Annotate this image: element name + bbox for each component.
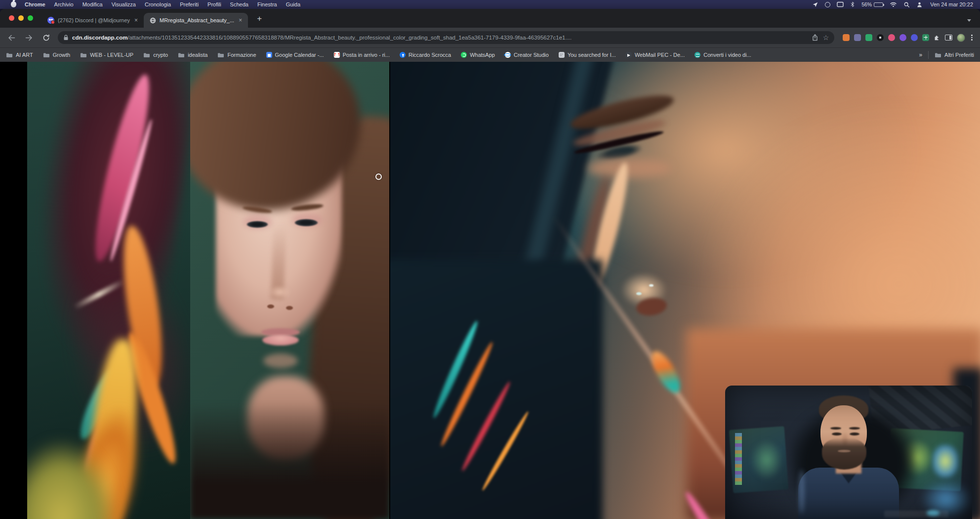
discord-favicon xyxy=(47,17,54,24)
side-panel-icon[interactable] xyxy=(945,35,952,41)
tab-search-chevron-icon[interactable] xyxy=(967,19,971,22)
bookmark-label: You searched for I... xyxy=(568,52,616,58)
other-bookmarks-folder[interactable]: Altri Preferiti xyxy=(935,52,974,58)
extension-icon-6[interactable] xyxy=(899,34,906,41)
user-switch-icon[interactable] xyxy=(916,1,923,8)
bookmark-label: Growth xyxy=(53,52,70,58)
url-domain: cdn.discordapp.com xyxy=(72,35,127,41)
new-tab-button[interactable]: + xyxy=(253,12,266,25)
bookmarks-right-group: » Altri Preferiti xyxy=(919,51,974,59)
tab-close-icon[interactable]: × xyxy=(133,17,139,24)
bookmark-label: WEB - LEVEL-UP xyxy=(90,52,133,58)
extension-icon-5[interactable] xyxy=(888,34,895,41)
reload-button[interactable] xyxy=(41,32,51,43)
macos-menubar: Chrome Archivio Modifica Visualizza Cron… xyxy=(0,0,980,9)
bookmark-label: Formazione xyxy=(227,52,256,58)
extension-icon-2[interactable] xyxy=(854,34,861,41)
closeup-glint-2 xyxy=(649,284,653,287)
apple-menu-icon[interactable] xyxy=(11,1,16,7)
recording-circle-icon[interactable] xyxy=(825,2,830,7)
share-icon[interactable] xyxy=(812,34,818,41)
extension-icon-7[interactable] xyxy=(911,34,918,41)
menu-finestra[interactable]: Finestra xyxy=(253,1,282,7)
spotlight-search-icon[interactable] xyxy=(903,1,910,8)
bluetooth-icon[interactable] xyxy=(850,1,855,8)
menu-cronologia[interactable]: Cronologia xyxy=(140,1,175,7)
menu-visualizza[interactable]: Visualizza xyxy=(107,1,140,7)
address-bar[interactable]: cdn.discordapp.com/attachments/101351233… xyxy=(58,31,834,44)
menubar-clock[interactable]: Ven 24 mar 20:22 xyxy=(929,1,973,7)
forward-button[interactable] xyxy=(23,32,34,43)
portrait-eye-right xyxy=(294,219,318,226)
page-icon xyxy=(559,52,565,58)
menu-modifica[interactable]: Modifica xyxy=(78,1,107,7)
folder-icon xyxy=(217,52,224,58)
chrome-window: (2762) Discord | @Midjourney × MRregista… xyxy=(0,9,980,519)
video-converter-icon xyxy=(694,52,700,58)
portrait-bottom-shadow xyxy=(190,403,389,519)
tab-image-active[interactable]: MRregista_Abstract_beauty_... × xyxy=(144,13,248,28)
menu-profili[interactable]: Profili xyxy=(203,1,226,7)
extension-icon-1[interactable] xyxy=(843,34,850,41)
bookmark-whatsapp[interactable]: WhatsApp xyxy=(461,52,495,58)
bookmark-star-icon[interactable]: ☆ xyxy=(823,34,829,41)
folder-icon xyxy=(178,52,185,58)
bookmark-converti-video[interactable]: Converti i video di... xyxy=(694,52,751,58)
chrome-menu-kebab-icon[interactable] xyxy=(970,35,974,41)
bookmark-creator-studio[interactable]: Creator Studio xyxy=(505,52,549,58)
bookmark-crypto[interactable]: crypto xyxy=(143,52,168,58)
lock-icon xyxy=(63,35,69,41)
menu-archivio[interactable]: Archivio xyxy=(50,1,78,7)
display-icon[interactable] xyxy=(837,1,844,7)
bookmark-google-calendar[interactable]: Google Calendar -... xyxy=(266,52,324,58)
portrait-chin-shadow xyxy=(263,353,298,368)
menu-scheda[interactable]: Scheda xyxy=(226,1,253,7)
google-calendar-icon xyxy=(266,52,272,58)
bookmarks-overflow-chevron[interactable]: » xyxy=(919,51,922,58)
battery-icon xyxy=(874,2,883,7)
bookmark-label: Riccardo Scrocca xyxy=(408,52,451,58)
extensions-row xyxy=(841,34,974,42)
menu-preferiti[interactable]: Preferiti xyxy=(175,1,203,7)
bookmark-web-level-up[interactable]: WEB - LEVEL-UP xyxy=(80,52,133,58)
menu-chrome[interactable]: Chrome xyxy=(20,1,50,7)
folder-icon xyxy=(43,52,50,58)
portrait-nostril-right xyxy=(286,306,293,310)
tab-close-icon[interactable]: × xyxy=(238,17,243,24)
bookmark-formazione[interactable]: Formazione xyxy=(217,52,256,58)
bookmark-gmail-inbox[interactable]: Posta in arrivo - ri... xyxy=(334,52,390,58)
extension-icon-3[interactable] xyxy=(865,34,872,41)
url-text: cdn.discordapp.com/attachments/101351233… xyxy=(72,35,805,41)
battery-indicator[interactable]: 56% xyxy=(861,1,883,7)
webcam-overlay xyxy=(725,386,972,519)
puzzle-extensions-icon[interactable] xyxy=(934,34,940,41)
location-arrow-icon[interactable] xyxy=(812,1,818,8)
portrait-nostril-left xyxy=(267,304,274,308)
bookmark-ai-art[interactable]: AI ART xyxy=(6,52,33,58)
fullscreen-window-button[interactable] xyxy=(28,15,33,21)
folder-icon xyxy=(80,52,87,58)
portrait-eye-left xyxy=(246,221,268,228)
bookmark-label: AI ART xyxy=(16,52,33,58)
close-window-button[interactable] xyxy=(9,15,14,21)
bookmark-label: Posta in arrivo - ri... xyxy=(343,52,390,58)
tab-title: MRregista_Abstract_beauty_... xyxy=(160,17,234,23)
back-button[interactable] xyxy=(6,32,17,43)
tab-discord[interactable]: (2762) Discord | @Midjourney × xyxy=(41,13,144,28)
main-image-viewport[interactable] xyxy=(0,62,980,519)
closeup-glint-1 xyxy=(636,292,642,295)
bookmark-webmail-pec[interactable]: WebMail PEC - De... xyxy=(626,52,685,58)
bookmark-facebook-profile[interactable]: Riccardo Scrocca xyxy=(400,52,451,58)
battery-percent-label: 56% xyxy=(861,1,872,7)
bookmark-you-searched[interactable]: You searched for I... xyxy=(559,52,616,58)
bookmark-idealista[interactable]: idealista xyxy=(178,52,207,58)
bookmarks-divider xyxy=(928,51,929,59)
profile-avatar[interactable] xyxy=(957,34,965,42)
wifi-icon[interactable] xyxy=(890,1,897,7)
bookmark-growth[interactable]: Growth xyxy=(43,52,70,58)
extension-icon-4[interactable] xyxy=(877,34,884,41)
minimize-window-button[interactable] xyxy=(18,15,24,21)
omnibox-actions: ☆ xyxy=(812,34,829,41)
menu-guida[interactable]: Guida xyxy=(282,1,305,7)
extension-icon-grid[interactable] xyxy=(922,34,929,41)
